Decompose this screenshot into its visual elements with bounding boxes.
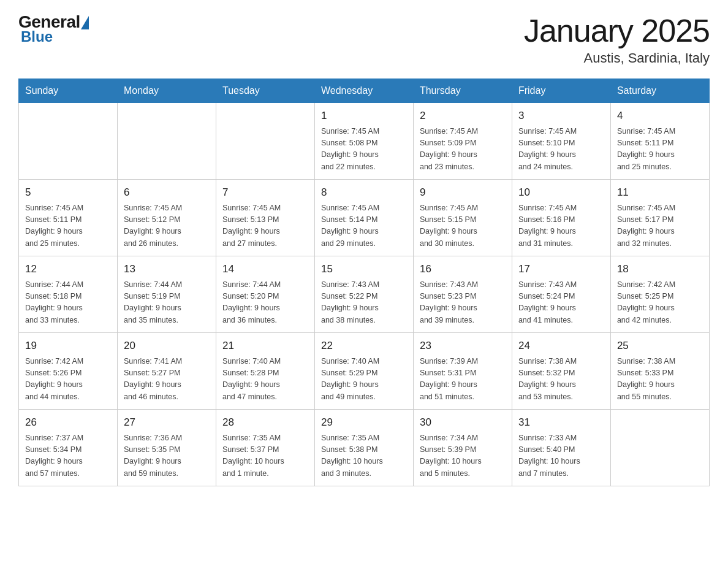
day-number: 13 (124, 261, 210, 277)
day-number: 17 (518, 261, 604, 277)
day-number: 27 (124, 415, 210, 431)
day-info: Sunrise: 7:45 AMSunset: 5:14 PMDaylight:… (321, 202, 407, 250)
day-info: Sunrise: 7:42 AMSunset: 5:26 PMDaylight:… (25, 356, 111, 404)
day-number: 20 (124, 338, 210, 354)
calendar-cell: 18Sunrise: 7:42 AMSunset: 5:25 PMDayligh… (610, 256, 709, 333)
day-info: Sunrise: 7:42 AMSunset: 5:25 PMDaylight:… (617, 279, 703, 327)
calendar-table: Sunday Monday Tuesday Wednesday Thursday… (18, 79, 710, 486)
calendar-cell: 24Sunrise: 7:38 AMSunset: 5:32 PMDayligh… (512, 333, 610, 410)
calendar-header-row: Sunday Monday Tuesday Wednesday Thursday… (19, 79, 710, 103)
day-info: Sunrise: 7:43 AMSunset: 5:22 PMDaylight:… (321, 279, 407, 327)
calendar-week-row: 5Sunrise: 7:45 AMSunset: 5:11 PMDaylight… (19, 180, 710, 256)
day-number: 26 (25, 415, 111, 431)
calendar-cell (117, 103, 216, 180)
day-number: 16 (420, 261, 506, 277)
day-number: 21 (222, 338, 308, 354)
day-info: Sunrise: 7:43 AMSunset: 5:23 PMDaylight:… (420, 279, 506, 327)
day-info: Sunrise: 7:40 AMSunset: 5:29 PMDaylight:… (321, 356, 407, 404)
col-saturday: Saturday (610, 79, 709, 103)
logo: General ▮ Blue (18, 12, 89, 45)
day-number: 14 (222, 261, 308, 277)
day-info: Sunrise: 7:44 AMSunset: 5:20 PMDaylight:… (222, 279, 308, 327)
calendar-cell: 14Sunrise: 7:44 AMSunset: 5:20 PMDayligh… (216, 256, 314, 333)
day-info: Sunrise: 7:45 AMSunset: 5:11 PMDaylight:… (25, 202, 111, 250)
calendar-cell: 8Sunrise: 7:45 AMSunset: 5:14 PMDaylight… (314, 180, 413, 256)
day-info: Sunrise: 7:34 AMSunset: 5:39 PMDaylight:… (420, 432, 506, 480)
calendar-week-row: 19Sunrise: 7:42 AMSunset: 5:26 PMDayligh… (19, 333, 710, 410)
day-number: 11 (617, 185, 703, 201)
calendar-cell: 27Sunrise: 7:36 AMSunset: 5:35 PMDayligh… (117, 410, 216, 486)
calendar-cell: 28Sunrise: 7:35 AMSunset: 5:37 PMDayligh… (216, 410, 314, 486)
col-monday: Monday (117, 79, 216, 103)
calendar-cell: 4Sunrise: 7:45 AMSunset: 5:11 PMDaylight… (610, 103, 709, 180)
day-info: Sunrise: 7:35 AMSunset: 5:38 PMDaylight:… (321, 432, 407, 480)
day-info: Sunrise: 7:45 AMSunset: 5:10 PMDaylight:… (518, 126, 604, 174)
calendar-cell: 16Sunrise: 7:43 AMSunset: 5:23 PMDayligh… (413, 256, 512, 333)
day-info: Sunrise: 7:35 AMSunset: 5:37 PMDaylight:… (222, 432, 308, 480)
calendar-cell: 13Sunrise: 7:44 AMSunset: 5:19 PMDayligh… (117, 256, 216, 333)
col-wednesday: Wednesday (314, 79, 413, 103)
day-number: 30 (420, 415, 506, 431)
day-info: Sunrise: 7:44 AMSunset: 5:19 PMDaylight:… (124, 279, 210, 327)
day-info: Sunrise: 7:33 AMSunset: 5:40 PMDaylight:… (518, 432, 604, 480)
day-info: Sunrise: 7:45 AMSunset: 5:08 PMDaylight:… (321, 126, 407, 174)
calendar-cell: 9Sunrise: 7:45 AMSunset: 5:15 PMDaylight… (413, 180, 512, 256)
day-number: 6 (124, 185, 210, 201)
day-number: 12 (25, 261, 111, 277)
day-number: 24 (518, 338, 604, 354)
day-number: 19 (25, 338, 111, 354)
calendar-cell: 5Sunrise: 7:45 AMSunset: 5:11 PMDaylight… (19, 180, 118, 256)
day-number: 3 (518, 108, 604, 124)
day-number: 1 (321, 108, 407, 124)
day-number: 9 (420, 185, 506, 201)
calendar-cell: 29Sunrise: 7:35 AMSunset: 5:38 PMDayligh… (314, 410, 413, 486)
calendar-cell: 23Sunrise: 7:39 AMSunset: 5:31 PMDayligh… (413, 333, 512, 410)
calendar-cell: 11Sunrise: 7:45 AMSunset: 5:17 PMDayligh… (610, 180, 709, 256)
calendar-cell: 7Sunrise: 7:45 AMSunset: 5:13 PMDaylight… (216, 180, 314, 256)
col-sunday: Sunday (19, 79, 118, 103)
calendar-cell (216, 103, 314, 180)
day-info: Sunrise: 7:45 AMSunset: 5:16 PMDaylight:… (518, 202, 604, 250)
day-info: Sunrise: 7:39 AMSunset: 5:31 PMDaylight:… (420, 356, 506, 404)
calendar-cell (19, 103, 118, 180)
calendar-cell: 31Sunrise: 7:33 AMSunset: 5:40 PMDayligh… (512, 410, 610, 486)
calendar-cell: 10Sunrise: 7:45 AMSunset: 5:16 PMDayligh… (512, 180, 610, 256)
day-number: 22 (321, 338, 407, 354)
day-info: Sunrise: 7:45 AMSunset: 5:13 PMDaylight:… (222, 202, 308, 250)
calendar-cell: 12Sunrise: 7:44 AMSunset: 5:18 PMDayligh… (19, 256, 118, 333)
day-info: Sunrise: 7:45 AMSunset: 5:09 PMDaylight:… (420, 126, 506, 174)
calendar-cell: 15Sunrise: 7:43 AMSunset: 5:22 PMDayligh… (314, 256, 413, 333)
day-number: 7 (222, 185, 308, 201)
day-number: 8 (321, 185, 407, 201)
day-number: 5 (25, 185, 111, 201)
col-friday: Friday (512, 79, 610, 103)
calendar-cell: 20Sunrise: 7:41 AMSunset: 5:27 PMDayligh… (117, 333, 216, 410)
day-info: Sunrise: 7:37 AMSunset: 5:34 PMDaylight:… (25, 432, 111, 480)
day-info: Sunrise: 7:45 AMSunset: 5:12 PMDaylight:… (124, 202, 210, 250)
day-info: Sunrise: 7:45 AMSunset: 5:15 PMDaylight:… (420, 202, 506, 250)
day-info: Sunrise: 7:45 AMSunset: 5:11 PMDaylight:… (617, 126, 703, 174)
day-number: 2 (420, 108, 506, 124)
calendar-subtitle: Austis, Sardinia, Italy (524, 50, 710, 66)
day-number: 28 (222, 415, 308, 431)
day-info: Sunrise: 7:44 AMSunset: 5:18 PMDaylight:… (25, 279, 111, 327)
calendar-week-row: 1Sunrise: 7:45 AMSunset: 5:08 PMDaylight… (19, 103, 710, 180)
day-info: Sunrise: 7:38 AMSunset: 5:33 PMDaylight:… (617, 356, 703, 404)
day-number: 31 (518, 415, 604, 431)
calendar-cell: 25Sunrise: 7:38 AMSunset: 5:33 PMDayligh… (610, 333, 709, 410)
calendar-week-row: 12Sunrise: 7:44 AMSunset: 5:18 PMDayligh… (19, 256, 710, 333)
calendar-cell: 26Sunrise: 7:37 AMSunset: 5:34 PMDayligh… (19, 410, 118, 486)
day-number: 25 (617, 338, 703, 354)
calendar-week-row: 26Sunrise: 7:37 AMSunset: 5:34 PMDayligh… (19, 410, 710, 486)
day-number: 4 (617, 108, 703, 124)
title-block: January 2025 Austis, Sardinia, Italy (524, 12, 710, 66)
calendar-cell: 22Sunrise: 7:40 AMSunset: 5:29 PMDayligh… (314, 333, 413, 410)
day-number: 18 (617, 261, 703, 277)
day-info: Sunrise: 7:43 AMSunset: 5:24 PMDaylight:… (518, 279, 604, 327)
calendar-cell: 6Sunrise: 7:45 AMSunset: 5:12 PMDaylight… (117, 180, 216, 256)
calendar-cell: 2Sunrise: 7:45 AMSunset: 5:09 PMDaylight… (413, 103, 512, 180)
calendar-cell: 19Sunrise: 7:42 AMSunset: 5:26 PMDayligh… (19, 333, 118, 410)
day-info: Sunrise: 7:36 AMSunset: 5:35 PMDaylight:… (124, 432, 210, 480)
day-number: 10 (518, 185, 604, 201)
logo-triangle-icon (81, 16, 89, 29)
